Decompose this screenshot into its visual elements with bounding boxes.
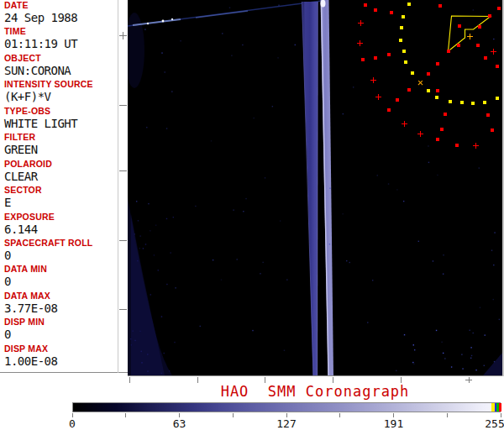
noise-speck: [139, 248, 140, 249]
noise-speck: [221, 280, 222, 281]
streak-segment-2: [196, 11, 248, 18]
metadata-field-value: GREEN: [4, 143, 128, 157]
noise-speck: [494, 361, 495, 362]
axis-tick-bottom: [401, 377, 402, 383]
noise-speck: [388, 183, 389, 184]
metadata-field-label: TYPE-OBS: [4, 106, 128, 117]
noise-speck: [180, 40, 181, 41]
noise-speck: [277, 57, 278, 58]
noise-speck: [329, 187, 330, 188]
colorbar-tick: [233, 413, 234, 417]
noise-speck: [158, 270, 159, 270]
noise-speck: [164, 353, 165, 354]
metadata-field-label: DATE: [4, 0, 128, 11]
noise-speck: [377, 175, 378, 176]
noise-speck: [242, 45, 243, 45]
noise-speck: [485, 334, 486, 335]
noise-speck: [175, 287, 176, 288]
noise-speck: [295, 45, 296, 45]
metadata-field: DISP MIN0: [0, 317, 128, 343]
noise-speck: [451, 366, 452, 367]
noise-speck: [484, 365, 485, 366]
noise-speck: [229, 7, 230, 8]
noise-speck: [170, 252, 171, 253]
axis-tick-bottom-plus: [465, 380, 472, 380]
metadata-field-label: OBJECT: [4, 53, 128, 64]
noise-speck: [146, 127, 147, 128]
noise-speck: [413, 364, 414, 364]
noise-speck: [436, 330, 437, 331]
axis-tick-bottom: [469, 377, 470, 383]
plot-title: HAO SMM Coronagraph: [128, 383, 502, 400]
noise-speck: [346, 260, 347, 261]
noise-speck: [286, 279, 287, 280]
metadata-field: POLAROIDCLEAR: [0, 159, 128, 185]
noise-speck: [479, 167, 480, 168]
axis-tick-bottom: [265, 377, 265, 383]
metadata-field-value: 0: [4, 275, 128, 289]
noise-speck: [469, 330, 470, 331]
metadata-field: TYPE-OBSWHITE LIGHT: [0, 106, 128, 132]
noise-speck: [396, 189, 397, 190]
metadata-field: DISP MAX1.00E-08: [0, 343, 128, 370]
colorbar-tick: [339, 413, 340, 417]
noise-speck: [200, 326, 201, 327]
colorbar-tick: [125, 413, 126, 417]
noise-speck: [132, 330, 133, 331]
axis-tick-bottom: [197, 377, 198, 383]
noise-speck: [329, 244, 330, 244]
noise-speck: [139, 235, 140, 236]
metadata-field-value: 01:11:19 UT: [4, 37, 128, 51]
noise-speck: [161, 316, 162, 317]
metadata-field-label: DISP MAX: [4, 343, 128, 354]
metadata-field-label: FILTER: [4, 132, 128, 143]
metadata-field-label: DISP MIN: [4, 317, 128, 328]
metadata-field-value: CLEAR: [4, 170, 128, 184]
noise-speck: [141, 362, 142, 363]
metadata-field-value: 0: [4, 328, 128, 342]
noise-speck: [213, 260, 213, 260]
noise-speck: [147, 370, 148, 371]
noise-speck: [470, 358, 471, 359]
noise-speck: [260, 273, 260, 274]
noise-speck: [169, 370, 170, 371]
noise-speck: [155, 225, 156, 226]
colorbar: [72, 402, 501, 412]
noise-speck: [353, 87, 354, 87]
metadata-field: OBJECTSUN:CORONA: [0, 53, 128, 79]
streak-glint: [162, 20, 165, 23]
noise-speck: [437, 175, 438, 176]
noise-speck: [443, 353, 444, 354]
noise-speck: [443, 273, 444, 274]
metadata-field-label: DATA MAX: [4, 291, 128, 302]
metadata-field: TIME01:11:19 UT: [0, 26, 128, 52]
noise-speck: [280, 220, 281, 221]
metadata-field-value: E: [4, 196, 128, 210]
noise-speck: [137, 260, 138, 261]
noise-speck: [414, 349, 415, 350]
metadata-field-label: INTENSITY SOURCE: [4, 79, 128, 90]
noise-speck: [475, 370, 476, 370]
metadata-field-value: 6.144: [4, 223, 128, 237]
axis-tick-bottom: [333, 377, 333, 383]
noise-speck: [195, 206, 196, 207]
noise-speck: [278, 5, 279, 6]
noise-speck: [343, 113, 344, 114]
metadata-field-value: SUN:CORONA: [4, 64, 128, 78]
noise-speck: [231, 55, 232, 55]
noise-speck: [493, 265, 494, 265]
metadata-field: SPACECRAFT ROLL0: [0, 238, 128, 264]
metadata-field-value: 1.00E-08: [4, 354, 128, 369]
noise-speck: [349, 262, 350, 263]
noise-speck: [470, 347, 471, 348]
noise-speck: [441, 342, 442, 343]
coronagraph-image-render: [128, 0, 502, 375]
noise-speck: [403, 201, 404, 202]
colorbar-tick-label: 191: [384, 417, 403, 430]
noise-speck: [471, 355, 472, 356]
noise-speck: [284, 350, 285, 351]
metadata-field-value: 0: [4, 249, 128, 263]
noise-speck: [428, 145, 428, 146]
colorbar-stripe: [499, 403, 502, 412]
noise-speck: [147, 354, 148, 354]
